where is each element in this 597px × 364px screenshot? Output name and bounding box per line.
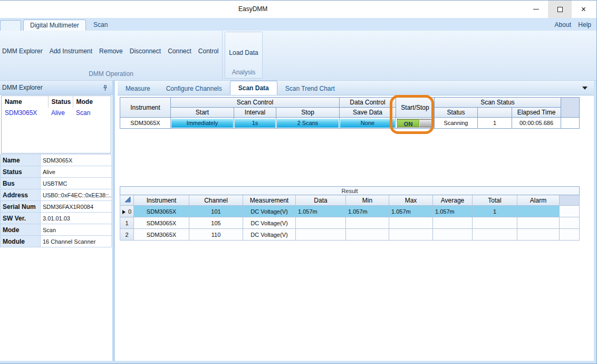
- cell-data[interactable]: [296, 217, 346, 229]
- col-start: Start: [171, 108, 234, 118]
- load-data-button[interactable]: Load Data: [225, 48, 262, 58]
- cell-instrument[interactable]: SDM3065X: [134, 229, 189, 241]
- elapsed-time-cell: 00:00:05.686: [512, 118, 561, 129]
- cell-instrument[interactable]: SDM3065X: [134, 206, 189, 217]
- chevron-down-icon[interactable]: [582, 87, 588, 90]
- rcol-max[interactable]: Max: [389, 195, 433, 206]
- property-label: Status: [1, 166, 41, 178]
- cell-extra: [560, 217, 580, 229]
- result-row-2[interactable]: 2 SDM3065X 110 DC Voltage(V): [120, 229, 580, 241]
- cell-alarm[interactable]: [517, 229, 560, 241]
- close-button[interactable]: ×: [572, 1, 595, 18]
- result-row-1[interactable]: 1 SDM3065X 105 DC Voltage(V): [120, 217, 580, 229]
- remove-button[interactable]: Remove: [99, 46, 123, 56]
- cell-data[interactable]: [296, 229, 346, 241]
- rcol-total[interactable]: Total: [473, 195, 517, 206]
- cell-total[interactable]: [473, 217, 517, 229]
- row-selector[interactable]: 1: [120, 217, 134, 229]
- row-selector[interactable]: 2: [120, 229, 134, 241]
- instrument-list-col-status: Status: [48, 96, 73, 108]
- cell-min[interactable]: [346, 229, 389, 241]
- connect-button[interactable]: Connect: [168, 46, 191, 56]
- rcol-measurement[interactable]: Measurement: [243, 195, 296, 206]
- rcol-data[interactable]: Data: [296, 195, 346, 206]
- save-data-dropdown[interactable]: None: [340, 118, 396, 129]
- instrument-list-row[interactable]: SDM3065X Alive Scan: [2, 108, 112, 118]
- instrument-mode: Scan: [73, 108, 112, 118]
- start-stop-toggle[interactable]: ON: [396, 118, 435, 129]
- scan-status-cell: Scanning: [435, 118, 478, 129]
- dmm-explorer-button[interactable]: DMM Explorer: [2, 46, 43, 56]
- cell-instrument[interactable]: SDM3065X: [134, 217, 189, 229]
- col-extra: [561, 98, 580, 118]
- property-value: USB0::0xF4EC::0xEE38::...: [41, 189, 112, 201]
- cell-average[interactable]: [433, 229, 473, 241]
- app-menu-stub[interactable]: [0, 20, 21, 31]
- cell-min[interactable]: [346, 217, 389, 229]
- property-value: Alive: [41, 166, 112, 178]
- cell-min[interactable]: 1.057m: [346, 206, 389, 217]
- cell-total[interactable]: 1: [473, 206, 517, 217]
- scan-extra-cell: [561, 118, 580, 129]
- property-row: ModeScan: [1, 224, 112, 236]
- cell-channel[interactable]: 105: [189, 217, 243, 229]
- rcol-alarm[interactable]: Alarm: [517, 195, 560, 206]
- instrument-name[interactable]: SDM3065X: [2, 108, 48, 118]
- result-row-0[interactable]: 0 SDM3065X 101 DC Voltage(V) 1.057m 1.05…: [120, 206, 580, 217]
- property-value: 16 Channel Scanner: [41, 236, 112, 247]
- tab-scan-trend-chart[interactable]: Scan Trend Chart: [277, 82, 343, 95]
- cell-channel[interactable]: 110: [189, 229, 243, 241]
- ribbon-tab-digital-multimeter[interactable]: Digital Multimeter: [23, 20, 86, 31]
- col-interval: Interval: [234, 108, 276, 118]
- tab-scan-data[interactable]: Scan Data: [230, 81, 277, 95]
- control-button[interactable]: Control: [198, 46, 219, 56]
- window-right-frame: [594, 81, 596, 363]
- ribbon-tab-strip: Digital Multimeter Scan About Help: [0, 18, 596, 31]
- cell-max[interactable]: [389, 217, 433, 229]
- rcol-average[interactable]: Average: [433, 195, 473, 206]
- dmm-explorer-panel-title: DMM Explorer: [2, 84, 43, 91]
- maximize-button[interactable]: [548, 1, 572, 18]
- row-selector[interactable]: 0: [120, 206, 134, 217]
- cell-average[interactable]: 1.057m: [433, 206, 473, 217]
- cell-alarm[interactable]: [517, 206, 560, 217]
- rcol-channel[interactable]: Channel: [189, 195, 243, 206]
- instrument-list-col-mode: Mode: [73, 96, 112, 108]
- window-bottom-frame: [0, 361, 596, 363]
- cell-average[interactable]: [433, 217, 473, 229]
- col-status: Status: [435, 108, 478, 118]
- select-all-triangle-icon: [123, 196, 131, 203]
- dmm-operation-group-label: DMM Operation: [0, 70, 222, 78]
- cell-data[interactable]: 1.057m: [296, 206, 346, 217]
- start-dropdown[interactable]: Immediately: [171, 118, 234, 129]
- cell-channel[interactable]: 101: [189, 206, 243, 217]
- property-label: SW Ver.: [1, 213, 41, 224]
- dmm-explorer-panel: DMM Explorer Name Status Mode SDM3065X A…: [0, 81, 115, 361]
- tab-measure[interactable]: Measure: [118, 82, 158, 95]
- cell-total[interactable]: [473, 229, 517, 241]
- help-link[interactable]: Help: [578, 21, 591, 28]
- interval-dropdown[interactable]: 1s: [234, 118, 276, 129]
- add-instrument-button[interactable]: Add Instrument: [50, 46, 92, 56]
- cell-measurement[interactable]: DC Voltage(V): [243, 206, 296, 217]
- property-label: Serial Num: [1, 201, 41, 213]
- minimize-button[interactable]: [524, 1, 548, 18]
- stop-dropdown[interactable]: 2 Scans: [276, 118, 340, 129]
- rcol-min[interactable]: Min: [346, 195, 389, 206]
- rcol-instrument[interactable]: Instrument: [134, 195, 189, 206]
- cell-measurement[interactable]: DC Voltage(V): [243, 229, 296, 241]
- pin-icon[interactable]: [102, 84, 108, 93]
- cell-alarm[interactable]: [517, 217, 560, 229]
- row-index: 1: [125, 220, 128, 226]
- cell-max[interactable]: [389, 229, 433, 241]
- disconnect-button[interactable]: Disconnect: [130, 46, 161, 56]
- select-all-header[interactable]: [120, 195, 134, 206]
- cell-measurement[interactable]: DC Voltage(V): [243, 217, 296, 229]
- ribbon-tab-scan[interactable]: Scan: [87, 20, 114, 31]
- property-row: BusUSBTMC: [1, 178, 112, 189]
- current-row-arrow-icon: [122, 210, 126, 214]
- col-scan-count: [478, 108, 512, 118]
- about-link[interactable]: About: [555, 21, 571, 28]
- cell-max[interactable]: 1.057m: [389, 206, 433, 217]
- tab-configure-channels[interactable]: Configure Channels: [158, 82, 230, 95]
